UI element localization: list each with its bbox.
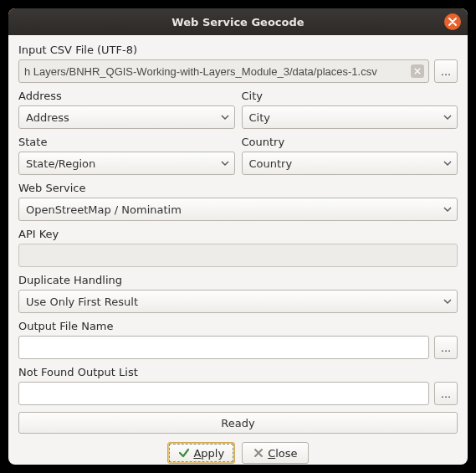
- country-label: Country: [242, 136, 458, 148]
- close-label: Close: [268, 447, 297, 460]
- window-close-button[interactable]: [444, 13, 461, 30]
- input-csv-path-input[interactable]: [18, 59, 429, 83]
- web-service-combo-value: OpenStreetMap / Nominatim: [26, 203, 182, 216]
- window-title: Web Service Geocode: [171, 16, 304, 28]
- web-service-combo[interactable]: OpenStreetMap / Nominatim: [18, 198, 458, 221]
- web-service-field: Web Service OpenStreetMap / Nominatim: [18, 182, 458, 221]
- output-file-input[interactable]: [18, 336, 429, 359]
- chevron-down-icon: [221, 159, 229, 167]
- x-icon: [253, 447, 264, 459]
- titlebar: Web Service Geocode: [8, 8, 468, 35]
- dialog-buttons: Apply Close: [18, 442, 458, 464]
- country-combo[interactable]: Country: [242, 152, 458, 175]
- browse-not-found-button[interactable]: ...: [434, 382, 458, 405]
- apply-button[interactable]: Apply: [167, 442, 235, 464]
- city-label: City: [242, 90, 458, 102]
- city-combo[interactable]: City: [242, 105, 458, 129]
- state-label: State: [18, 136, 235, 148]
- close-button[interactable]: Close: [242, 442, 308, 464]
- chevron-down-icon: [443, 113, 452, 121]
- address-field: Address Address: [18, 90, 235, 129]
- geocode-dialog: Web Service Geocode Input CSV File (UTF-…: [8, 8, 468, 465]
- status-bar: Ready: [18, 412, 458, 434]
- close-icon: [448, 16, 457, 28]
- country-combo-value: Country: [249, 157, 293, 170]
- not-found-input[interactable]: [18, 382, 429, 405]
- chevron-down-icon: [443, 297, 452, 306]
- web-service-label: Web Service: [18, 182, 458, 194]
- country-field: Country Country: [242, 136, 458, 175]
- address-combo[interactable]: Address: [18, 105, 235, 129]
- chevron-down-icon: [221, 113, 229, 121]
- check-icon: [178, 447, 190, 459]
- input-csv-label: Input CSV File (UTF-8): [18, 44, 458, 56]
- duplicate-label: Duplicate Handling: [18, 274, 458, 286]
- output-file-label: Output File Name: [18, 320, 458, 332]
- address-combo-value: Address: [26, 111, 69, 124]
- chevron-down-icon: [443, 205, 452, 213]
- api-key-label: API Key: [18, 228, 458, 240]
- duplicate-field: Duplicate Handling Use Only First Result: [18, 274, 458, 313]
- apply-label: Apply: [193, 447, 224, 460]
- not-found-field: Not Found Output List ...: [18, 366, 458, 405]
- state-field: State State/Region: [18, 136, 235, 175]
- not-found-label: Not Found Output List: [18, 366, 458, 378]
- status-text: Ready: [221, 417, 254, 429]
- address-label: Address: [18, 90, 235, 102]
- api-key-field: API Key: [18, 228, 458, 267]
- chevron-down-icon: [443, 159, 452, 167]
- city-combo-value: City: [249, 111, 270, 124]
- browse-output-file-button[interactable]: ...: [434, 336, 458, 359]
- duplicate-combo-value: Use Only First Result: [26, 296, 138, 308]
- ellipsis-icon: ...: [441, 342, 451, 354]
- browse-input-csv-button[interactable]: ...: [434, 59, 458, 83]
- dialog-body: Input CSV File (UTF-8) ... Address Addre…: [8, 35, 468, 465]
- state-combo[interactable]: State/Region: [18, 152, 235, 175]
- ellipsis-icon: ...: [441, 65, 451, 78]
- city-field: City City: [242, 90, 458, 129]
- state-combo-value: State/Region: [26, 157, 95, 170]
- output-file-field: Output File Name ...: [18, 320, 458, 359]
- duplicate-combo[interactable]: Use Only First Result: [18, 290, 458, 313]
- input-csv-field: Input CSV File (UTF-8) ...: [18, 44, 458, 83]
- clear-input-csv-icon[interactable]: [411, 64, 424, 78]
- api-key-input: [18, 244, 458, 267]
- ellipsis-icon: ...: [441, 388, 451, 400]
